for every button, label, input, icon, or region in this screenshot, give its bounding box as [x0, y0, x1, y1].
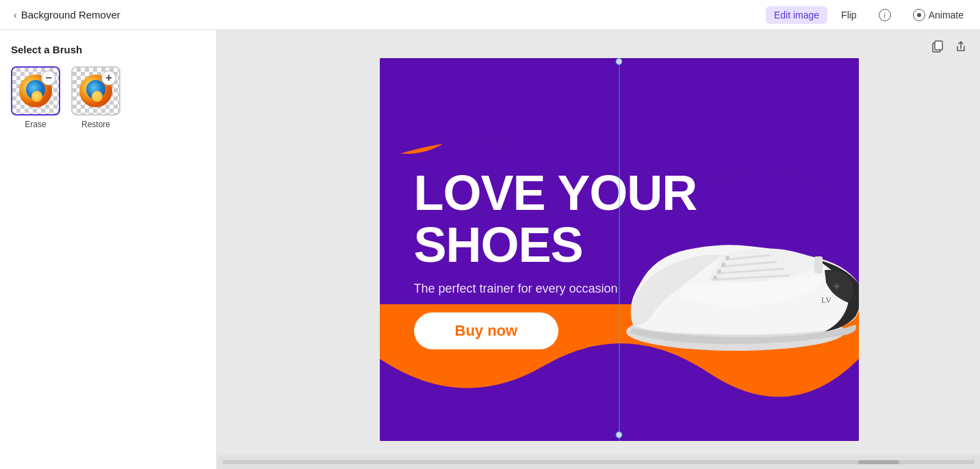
svg-point-11 — [717, 269, 721, 273]
share-icon — [954, 40, 968, 53]
back-button[interactable]: ‹ Background Remover — [8, 6, 126, 23]
svg-point-10 — [721, 263, 725, 267]
scrollbar-track — [222, 460, 975, 464]
erase-brush-label: Erase — [25, 120, 46, 129]
selection-line — [619, 58, 619, 441]
svg-rect-1 — [935, 41, 942, 50]
headline-line2: SHOES — [414, 217, 583, 272]
svg-point-12 — [713, 276, 717, 280]
minus-icon: − — [41, 70, 56, 85]
scrollbar-thumb[interactable] — [858, 460, 899, 464]
duplicate-icon — [931, 40, 944, 53]
ad-cta-button[interactable]: Buy now — [414, 312, 559, 349]
svg-text:LV: LV — [821, 295, 831, 305]
restore-brush-item[interactable]: + Restore — [71, 66, 120, 129]
toolbar: ‹ Background Remover Edit image Flip i A… — [0, 0, 980, 30]
info-button[interactable]: i — [871, 5, 899, 25]
animate-label: Animate — [929, 10, 964, 21]
flip-button[interactable]: Flip — [833, 6, 865, 24]
restore-brush-preview: + — [71, 66, 120, 116]
edit-image-button[interactable]: Edit image — [766, 6, 827, 24]
shoe-image: ✦ LV — [612, 181, 859, 400]
selection-handle-top[interactable] — [616, 58, 623, 65]
back-arrow-icon: ‹ — [14, 10, 17, 21]
ad-canvas: LOVE YOUR SHOES The perfect trainer for … — [380, 58, 859, 441]
back-label: Background Remover — [21, 9, 120, 21]
animate-icon — [913, 9, 925, 21]
brush-section-title: Select a Brush — [11, 44, 205, 55]
main-layout: Select a Brush − Erase + Restore — [0, 30, 980, 469]
svg-text:✦: ✦ — [831, 280, 842, 293]
info-icon: i — [879, 9, 891, 21]
svg-rect-13 — [814, 256, 823, 273]
edit-image-label: Edit image — [774, 10, 819, 21]
canvas-area[interactable]: LOVE YOUR SHOES The perfect trainer for … — [217, 30, 980, 469]
restore-brush-label: Restore — [81, 120, 110, 129]
share-button[interactable] — [953, 38, 969, 58]
sidebar: Select a Brush − Erase + Restore — [0, 30, 217, 469]
flip-label: Flip — [841, 10, 857, 21]
brush-grid: − Erase + Restore — [11, 66, 205, 129]
erase-brush-item[interactable]: − Erase — [11, 66, 60, 129]
plus-icon: + — [101, 70, 116, 85]
canvas-top-right-actions — [929, 38, 969, 58]
animate-button[interactable]: Animate — [905, 5, 972, 25]
selection-handle-bottom[interactable] — [616, 431, 623, 438]
duplicate-button[interactable] — [929, 38, 946, 58]
canvas-scrollbar[interactable] — [217, 455, 980, 469]
svg-point-9 — [725, 256, 730, 260]
erase-brush-preview: − — [11, 66, 60, 116]
